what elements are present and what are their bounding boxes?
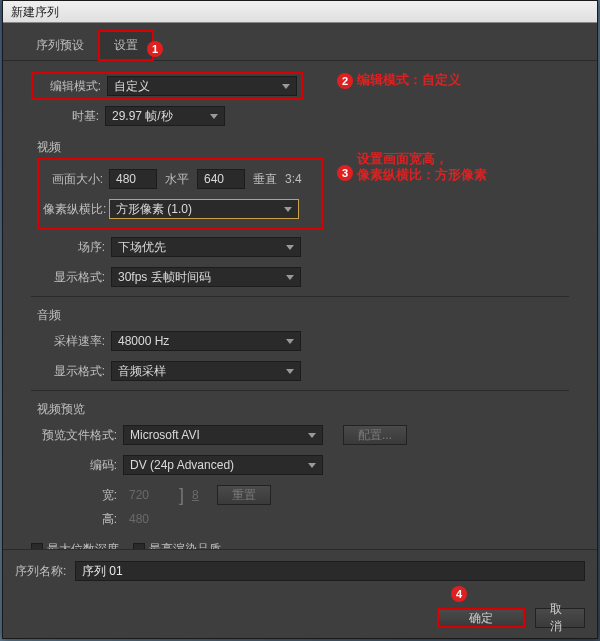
fields-row: 场序: 下场优先	[31, 234, 569, 260]
edit-mode-value: 自定义	[114, 78, 150, 95]
chevron-down-icon	[284, 207, 292, 212]
chevron-down-icon	[286, 245, 294, 250]
config-button[interactable]: 配置...	[343, 425, 407, 445]
timebase-dropdown[interactable]: 29.97 帧/秒	[105, 106, 225, 126]
pw-value: 720	[123, 485, 171, 505]
pw-label: 宽:	[31, 487, 123, 504]
chevron-down-icon	[282, 84, 290, 89]
link-8: 8	[192, 488, 199, 502]
settings-panel: 编辑模式: 自定义 2 编辑模式：自定义 时基: 29.97 帧/秒 视频 画面	[3, 61, 597, 617]
audio-group-title: 音频	[37, 307, 569, 324]
new-sequence-dialog: 新建序列 序列预设 设置 1 编辑模式: 自定义 2 编辑模式：自定义 时基:	[2, 0, 598, 639]
aformat-row: 显示格式: 音频采样	[31, 358, 569, 384]
video-group-title: 视频	[37, 139, 569, 156]
timebase-row: 时基: 29.97 帧/秒	[31, 103, 569, 129]
timebase-label: 时基:	[51, 108, 105, 125]
timebase-value: 29.97 帧/秒	[112, 108, 173, 125]
pformat-label: 预览文件格式:	[31, 427, 123, 444]
preview-width-row: 宽: 720 ] 8 重置	[31, 482, 569, 508]
codec-value: DV (24p Advanced)	[130, 458, 234, 472]
codec-label: 编码:	[31, 457, 123, 474]
dialog-body: 序列预设 设置 1 编辑模式: 自定义 2 编辑模式：自定义 时基: 29.97	[3, 23, 597, 638]
edit-mode-row: 编辑模式: 自定义	[31, 73, 569, 99]
preview-height-row: 高: 480	[31, 506, 569, 532]
horiz-label: 水平	[157, 171, 197, 188]
edit-mode-label: 编辑模式:	[37, 78, 107, 95]
tab-settings[interactable]: 设置	[99, 31, 153, 60]
sequence-name-input[interactable]	[75, 561, 585, 581]
chevron-down-icon	[286, 275, 294, 280]
aformat-dropdown[interactable]: 音频采样	[111, 361, 301, 381]
cancel-button[interactable]: 取消	[535, 608, 585, 628]
par-value: 方形像素 (1.0)	[116, 201, 192, 218]
chevron-down-icon	[308, 463, 316, 468]
seqname-label: 序列名称:	[15, 563, 75, 580]
frame-size-row: 画面大小: 水平 垂直 3:4	[43, 166, 317, 192]
tabs: 序列预设 设置	[3, 23, 597, 61]
bracket-icon: ]	[171, 485, 192, 506]
frame-width-input[interactable]	[109, 169, 157, 189]
vformat-label: 显示格式:	[51, 269, 111, 286]
reset-button[interactable]: 重置	[217, 485, 271, 505]
codec-dropdown[interactable]: DV (24p Advanced)	[123, 455, 323, 475]
srate-dropdown[interactable]: 48000 Hz	[111, 331, 301, 351]
chevron-down-icon	[286, 339, 294, 344]
window-title: 新建序列	[3, 1, 597, 23]
annotation-text-2a: 设置画面宽高，	[357, 151, 448, 167]
vformat-dropdown[interactable]: 30fps 丢帧时间码	[111, 267, 301, 287]
par-dropdown[interactable]: 方形像素 (1.0)	[109, 199, 299, 219]
chevron-down-icon	[308, 433, 316, 438]
pformat-row: 预览文件格式: Microsoft AVI 配置...	[31, 422, 569, 448]
vformat-value: 30fps 丢帧时间码	[118, 269, 211, 286]
frame-height-input[interactable]	[197, 169, 245, 189]
annotation-marker-2: 2	[337, 73, 353, 89]
frame-size-label: 画面大小:	[43, 171, 109, 188]
annotation-marker-3: 3	[337, 165, 353, 181]
fields-label: 场序:	[51, 239, 111, 256]
aformat-label: 显示格式:	[51, 363, 111, 380]
annotation-text-2b: 像素纵横比：方形像素	[357, 167, 487, 183]
srate-label: 采样速率:	[51, 333, 111, 350]
preview-group-title: 视频预览	[37, 401, 569, 418]
par-row: 像素纵横比: 方形像素 (1.0)	[43, 196, 317, 222]
aformat-value: 音频采样	[118, 363, 166, 380]
aspect-ratio: 3:4	[285, 172, 302, 186]
edit-mode-dropdown[interactable]: 自定义	[107, 76, 297, 96]
vert-label: 垂直	[245, 171, 285, 188]
vformat-row: 显示格式: 30fps 丢帧时间码	[31, 264, 569, 290]
dialog-footer: 序列名称: 4 确定 取消	[3, 549, 597, 638]
codec-row: 编码: DV (24p Advanced)	[31, 452, 569, 478]
chevron-down-icon	[210, 114, 218, 119]
annotation-text-1: 编辑模式：自定义	[357, 72, 461, 88]
ph-label: 高:	[31, 511, 123, 528]
chevron-down-icon	[286, 369, 294, 374]
pformat-dropdown[interactable]: Microsoft AVI	[123, 425, 323, 445]
ok-button[interactable]: 确定	[437, 608, 525, 628]
ph-value: 480	[123, 509, 171, 529]
srate-value: 48000 Hz	[118, 334, 169, 348]
annotation-marker-4: 4	[451, 586, 467, 602]
pformat-value: Microsoft AVI	[130, 428, 200, 442]
tab-preset[interactable]: 序列预设	[21, 31, 99, 60]
fields-value: 下场优先	[118, 239, 166, 256]
annotation-marker-1: 1	[147, 41, 163, 57]
par-label: 像素纵横比:	[43, 201, 109, 218]
srate-row: 采样速率: 48000 Hz	[31, 328, 569, 354]
fields-dropdown[interactable]: 下场优先	[111, 237, 301, 257]
